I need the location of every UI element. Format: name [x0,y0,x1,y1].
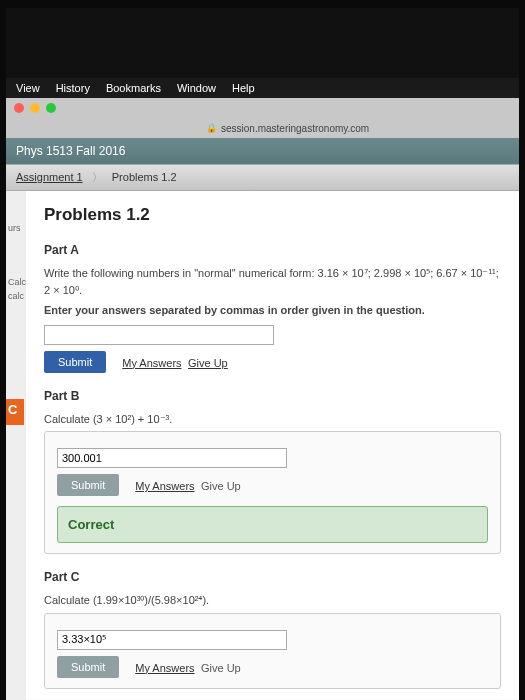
part-c: Part C Calculate (1.99×10³⁰)/(5.98×10²⁴)… [44,570,501,689]
part-c-box: Submit My Answers Give Up [44,613,501,689]
menu-help[interactable]: Help [232,82,255,94]
part-b-submit-button[interactable]: Submit [57,474,119,496]
part-b-instruction: Calculate (3 × 10²) + 10⁻³. [44,411,501,428]
breadcrumb-sep: 〉 [92,171,103,183]
screen-frame: View History Bookmarks Window Help 🔒 ses… [0,0,525,700]
menu-view[interactable]: View [16,82,40,94]
part-c-label: Part C [44,570,501,584]
menu-bookmarks[interactable]: Bookmarks [106,82,161,94]
side-calc2: calc [6,289,26,303]
part-c-instruction: Calculate (1.99×10³⁰)/(5.98×10²⁴). [44,592,501,609]
side-urs: urs [6,221,26,235]
part-b-buttons: Submit My Answers Give Up [57,474,488,496]
breadcrumb-assignment[interactable]: Assignment 1 [16,171,83,183]
zoom-icon[interactable] [46,103,56,113]
main-content: Problems 1.2 Part A Write the following … [26,191,519,700]
ci-badge: C [6,399,24,425]
course-header: Phys 1513 Fall 2016 [6,138,519,164]
macos-menu-bar: View History Bookmarks Window Help [6,78,519,98]
menu-window[interactable]: Window [177,82,216,94]
side-calc1: Calc [6,275,26,289]
tab-address[interactable]: session.masteringastronomy.com [221,123,369,134]
dark-top [6,8,519,78]
course-title: Phys 1513 Fall 2016 [16,144,125,158]
lock-icon: 🔒 [206,123,217,133]
part-b-give-up-link[interactable]: Give Up [201,480,241,492]
part-a-my-answers-link[interactable]: My Answers [122,357,181,369]
part-c-submit-button[interactable]: Submit [57,656,119,678]
part-a-pre: Write the following numbers in "normal" … [44,267,318,279]
part-b-label: Part B [44,389,501,403]
part-c-input[interactable] [57,630,287,650]
part-b-box: Submit My Answers Give Up Correct [44,431,501,554]
breadcrumb: Assignment 1 〉 Problems 1.2 [6,164,519,191]
part-b: Part B Calculate (3 × 10²) + 10⁻³. Submi… [44,389,501,555]
part-a-instruction2: Enter your answers separated by commas i… [44,302,501,319]
part-a-label: Part A [44,243,501,257]
part-b-correct: Correct [57,506,488,543]
part-a-instruction: Write the following numbers in "normal" … [44,265,501,298]
part-a-input[interactable] [44,325,274,345]
part-c-my-answers-link[interactable]: My Answers [135,662,194,674]
minimize-icon[interactable] [30,103,40,113]
page-title: Problems 1.2 [44,205,501,225]
close-icon[interactable] [14,103,24,113]
part-a-submit-button[interactable]: Submit [44,351,106,373]
part-a-give-up-link[interactable]: Give Up [188,357,228,369]
part-c-give-up-link[interactable]: Give Up [201,662,241,674]
breadcrumb-current: Problems 1.2 [112,171,177,183]
part-b-input[interactable] [57,448,287,468]
menu-history[interactable]: History [56,82,90,94]
part-a-buttons: Submit My Answers Give Up [44,351,501,373]
part-c-buttons: Submit My Answers Give Up [57,656,488,678]
browser-tab-strip: 🔒 session.masteringastronomy.com [6,118,519,138]
part-b-my-answers-link[interactable]: My Answers [135,480,194,492]
side-tags: urs Calc calc [6,191,26,700]
part-a: Part A Write the following numbers in "n… [44,243,501,373]
window-controls [6,98,519,118]
